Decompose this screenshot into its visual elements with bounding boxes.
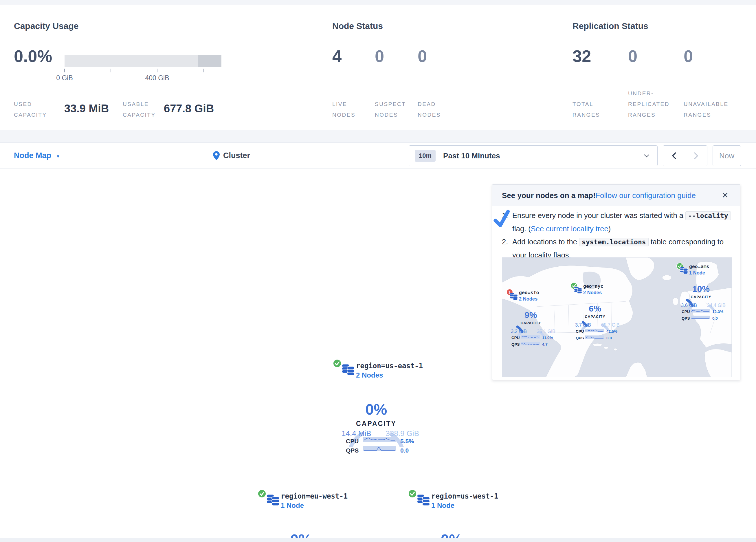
usable-capacity-value: 677.8 GiB bbox=[164, 102, 214, 115]
qps-sparkline bbox=[691, 316, 710, 319]
capacity-caption: CAPACITY bbox=[676, 295, 726, 299]
qps-label: QPS bbox=[682, 316, 690, 321]
cpu-label: CPU bbox=[346, 438, 359, 445]
total-capacity: 35.1 GiB bbox=[537, 329, 555, 334]
view-mode-dropdown[interactable]: Node Map ▼ bbox=[14, 143, 60, 168]
axis-tick bbox=[157, 69, 157, 72]
qps-label: QPS bbox=[511, 342, 520, 347]
cpu-label: CPU bbox=[682, 310, 690, 314]
total-ranges-count: 32 bbox=[572, 46, 591, 66]
popup-title: See your nodes on a map! bbox=[502, 191, 596, 200]
capacity-percent-value: 10% bbox=[676, 284, 726, 294]
capacity-caption: CAPACITY bbox=[330, 420, 423, 428]
capacity-bar-reserved bbox=[198, 55, 221, 67]
under-replicated-label: UNDER-REPLICATEDRANGES bbox=[628, 88, 669, 120]
unavailable-ranges-label: UNAVAILABLERANGES bbox=[684, 99, 729, 120]
capacity-usage-title: Capacity Usage bbox=[14, 21, 78, 31]
locality-tree-link[interactable]: See current locality tree bbox=[531, 225, 608, 233]
total-ranges-label: TOTALRANGES bbox=[572, 99, 600, 120]
close-icon[interactable]: ✕ bbox=[722, 190, 729, 200]
world-map-preview: 1 geo=sfo 2 Nodes 9% CAPACITY 3.2 GiB 35… bbox=[502, 257, 732, 377]
dead-nodes-label: DEADNODES bbox=[418, 99, 441, 120]
capacity-caption: CAPACITY bbox=[506, 321, 555, 325]
used-capacity: 3.7 GiB bbox=[575, 322, 591, 328]
qps-value: 0.0 bbox=[712, 316, 718, 321]
used-capacity-label: USED CAPACITY bbox=[14, 99, 47, 120]
qps-value: 0.0 bbox=[606, 336, 612, 340]
qps-value: 0.0 bbox=[400, 447, 409, 454]
cpu-sparkline bbox=[585, 329, 604, 333]
region-group-us-east-1[interactable]: region=us-east-1 2 Nodes 0% CAPACITY 14.… bbox=[330, 360, 423, 457]
total-capacity: 65.7 GiB bbox=[601, 322, 620, 328]
map-node-geo-ams[interactable]: geo=ams 1 Node 10% CAPACITY 3.6 GiB 34.4… bbox=[676, 263, 726, 323]
cpu-sparkline bbox=[691, 309, 710, 313]
suspect-nodes-count: 0 bbox=[375, 46, 384, 66]
time-range-dropdown[interactable]: 10m Past 10 Minutes bbox=[409, 145, 658, 166]
cpu-value: 5.5% bbox=[400, 438, 414, 445]
axis-tick bbox=[64, 69, 65, 72]
capacity-caption: CAPACITY bbox=[570, 315, 620, 319]
nodemap-config-popup: See your nodes on a map! Follow our conf… bbox=[492, 184, 740, 380]
step-done-check-icon bbox=[493, 209, 511, 228]
time-back-button[interactable] bbox=[663, 146, 685, 166]
chevron-right-icon bbox=[694, 152, 698, 159]
live-nodes-label: LIVENODES bbox=[332, 99, 355, 120]
under-replicated-count: 0 bbox=[628, 46, 637, 66]
unavailable-ranges-count: 0 bbox=[684, 46, 693, 66]
locality-flag-code: --locality bbox=[685, 211, 731, 220]
qps-value: 4.7 bbox=[542, 342, 548, 347]
capacity-percent-value: 6% bbox=[570, 304, 620, 314]
view-mode-label: Node Map bbox=[14, 151, 51, 160]
capacity-bar bbox=[65, 55, 221, 67]
total-capacity: 34.4 GiB bbox=[707, 303, 726, 308]
cpu-value: 11.0% bbox=[542, 336, 553, 340]
replication-status-title: Replication Status bbox=[572, 21, 648, 31]
time-forward-button[interactable] bbox=[685, 146, 707, 166]
axis-tick-label: 0 GiB bbox=[47, 74, 82, 82]
cpu-label: CPU bbox=[511, 336, 520, 340]
region-group-eu-west-1[interactable]: region=eu-west-1 1 Node 0% CAPACITY 9.9 … bbox=[255, 490, 347, 542]
axis-tick bbox=[111, 69, 111, 72]
map-node-geo-nyc[interactable]: geo=nyc 2 Nodes 6% CAPACITY 3.7 GiB 65.7… bbox=[570, 283, 620, 343]
now-button[interactable]: Now bbox=[713, 145, 741, 166]
time-range-badge: 10m bbox=[415, 150, 436, 162]
cpu-label: CPU bbox=[576, 329, 584, 334]
qps-sparkline bbox=[521, 342, 540, 346]
map-node-geo-sfo[interactable]: 1 geo=sfo 2 Nodes 9% CAPACITY 3.2 GiB 35… bbox=[506, 289, 555, 349]
region-group-us-west-1[interactable]: region=us-west-1 1 Node 0% CAPACITY 9.6 … bbox=[405, 490, 498, 542]
axis-tick bbox=[203, 69, 204, 72]
usable-capacity-label: USABLE CAPACITY bbox=[123, 99, 156, 120]
chevron-down-icon bbox=[644, 154, 649, 157]
popup-header: See your nodes on a map! Follow our conf… bbox=[492, 185, 740, 206]
cpu-sparkline bbox=[363, 437, 396, 442]
capacity-percent: 0.0% bbox=[14, 46, 52, 66]
used-capacity: 3.2 GiB bbox=[511, 329, 527, 334]
cpu-value: 12.3% bbox=[712, 310, 723, 314]
popup-instructions: 1.Ensure every node in your cluster was … bbox=[502, 209, 733, 262]
live-nodes-count: 4 bbox=[332, 46, 342, 66]
toolbar-divider bbox=[396, 146, 396, 165]
bottom-strip bbox=[0, 538, 756, 542]
breadcrumb[interactable]: Cluster bbox=[213, 143, 250, 168]
axis-tick-label: 400 GiB bbox=[140, 74, 175, 82]
capacity-percent-value: 9% bbox=[506, 310, 555, 320]
time-nav-buttons bbox=[663, 145, 707, 166]
cpu-sparkline bbox=[521, 335, 540, 339]
map-pin-icon bbox=[213, 151, 220, 160]
qps-sparkline bbox=[363, 446, 396, 451]
chevron-down-icon: ▼ bbox=[56, 152, 60, 159]
qps-label: QPS bbox=[346, 447, 359, 454]
system-locations-code: system.locations bbox=[579, 238, 649, 246]
instruction-step-1: 1.Ensure every node in your cluster was … bbox=[502, 209, 733, 235]
time-range-label: Past 10 Minutes bbox=[443, 151, 500, 160]
dead-nodes-count: 0 bbox=[418, 46, 427, 66]
breadcrumb-label: Cluster bbox=[223, 151, 250, 160]
qps-label: QPS bbox=[576, 336, 584, 340]
used-capacity: 3.6 GiB bbox=[681, 303, 697, 308]
configuration-guide-link[interactable]: Follow our configuration guide bbox=[595, 191, 696, 200]
cluster-summary-bar: Capacity Usage 0.0% 0 GiB 400 GiB USED C… bbox=[0, 5, 756, 130]
capacity-percent-value: 0% bbox=[330, 401, 423, 418]
qps-sparkline bbox=[585, 335, 604, 339]
node-status-title: Node Status bbox=[332, 21, 383, 31]
chevron-left-icon bbox=[672, 152, 676, 159]
